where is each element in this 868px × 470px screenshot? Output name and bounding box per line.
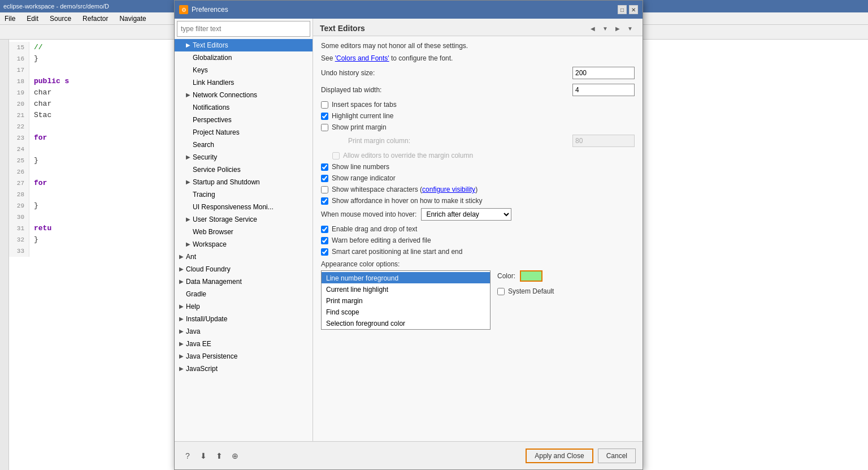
dialog-title: Preferences — [192, 6, 618, 14]
tree-label-install-update: Install/Update — [186, 313, 227, 325]
warn-editing-checkbox[interactable] — [321, 237, 328, 244]
show-print-margin-label: Show print margin — [332, 123, 387, 131]
appearance-label: Appearance color options: — [321, 260, 635, 268]
tree-arrow-startup-shutdown: ▶ — [186, 176, 193, 188]
menu-edit[interactable]: Edit — [24, 14, 41, 24]
tree-item-search[interactable]: Search — [175, 139, 313, 151]
export-button[interactable]: ⬆ — [213, 450, 225, 462]
hover-select[interactable]: Enrich after delay Enrich immediately Do… — [421, 208, 511, 221]
color-item-current-line-highlight[interactable]: Current line highlight — [322, 283, 490, 295]
show-range-indicator-checkbox[interactable] — [321, 175, 328, 182]
smart-caret-row: Smart caret positioning at line start an… — [321, 248, 635, 256]
nav-forward-dropdown[interactable]: ▼ — [624, 23, 636, 33]
color-swatch[interactable] — [520, 270, 542, 282]
tree-item-help[interactable]: ▶ Help — [175, 300, 313, 313]
tree-item-workspace[interactable]: ▶ Workspace — [175, 238, 313, 251]
tree-item-user-storage[interactable]: ▶ User Storage Service — [175, 213, 313, 226]
configure-visibility-link[interactable]: configure visibility — [422, 186, 475, 193]
menu-navigate[interactable]: Navigate — [117, 14, 148, 24]
tree-item-ant[interactable]: ▶ Ant — [175, 251, 313, 263]
menu-file[interactable]: File — [2, 14, 18, 24]
undo-history-input[interactable] — [572, 67, 635, 79]
tree-item-notifications[interactable]: Notifications — [175, 101, 313, 114]
tree-item-text-editors[interactable]: ▶ Text Editors — [175, 39, 313, 51]
tree-arrow-java-persistence: ▶ — [179, 350, 186, 363]
tree-label-service-policies: Service Policies — [193, 163, 241, 176]
tree-item-java-ee[interactable]: ▶ Java EE — [175, 338, 313, 350]
insert-spaces-label: Insert spaces for tabs — [332, 101, 397, 109]
color-item-print-margin[interactable]: Print margin — [322, 295, 490, 306]
minimize-button[interactable]: □ — [618, 5, 627, 14]
system-default-checkbox[interactable] — [497, 288, 505, 295]
tree-item-tracing[interactable]: Tracing — [175, 188, 313, 201]
footer-buttons: Apply and Close Cancel — [526, 449, 636, 463]
enable-drag-drop-row: Enable drag and drop of text — [321, 225, 635, 233]
insert-spaces-checkbox[interactable] — [321, 101, 328, 109]
tree-item-javascript[interactable]: ▶ JavaScript — [175, 363, 313, 375]
tree-item-project-natures[interactable]: Project Natures — [175, 126, 313, 139]
help-button[interactable]: ? — [181, 450, 194, 462]
filter-input[interactable] — [177, 21, 310, 37]
tree-arrow-network-connections: ▶ — [186, 89, 193, 101]
show-line-numbers-row: Show line numbers — [321, 163, 635, 171]
tab-width-label: Displayed tab width: — [321, 86, 572, 94]
tree-item-link-handlers[interactable]: Link Handlers — [175, 76, 313, 89]
tree-item-service-policies[interactable]: Service Policies — [175, 163, 313, 176]
tree-item-cloud-foundry[interactable]: ▶ Cloud Foundry — [175, 263, 313, 275]
highlight-line-label: Highlight current line — [332, 112, 393, 120]
cancel-button[interactable]: Cancel — [598, 449, 636, 463]
nav-back-dropdown[interactable]: ▼ — [600, 23, 611, 33]
content-nav-buttons: ◀ ▼ ▶ ▼ — [587, 23, 636, 33]
tree-item-java[interactable]: ▶ Java — [175, 325, 313, 338]
menu-source[interactable]: Source — [47, 14, 73, 24]
import-button[interactable]: ⬇ — [197, 450, 210, 462]
close-button[interactable]: ✕ — [629, 5, 638, 14]
tree-label-perspectives: Perspectives — [193, 114, 232, 126]
allow-override-checkbox[interactable] — [332, 152, 340, 159]
enable-drag-drop-label: Enable drag and drop of text — [332, 225, 417, 233]
tab-width-input[interactable] — [572, 84, 635, 96]
content-panel: Text Editors ◀ ▼ ▶ ▼ Some editors may no… — [313, 19, 643, 441]
tree-item-gradle[interactable]: Gradle — [175, 288, 313, 300]
tree-item-globalization[interactable]: Globalization — [175, 51, 313, 64]
color-item-find-scope[interactable]: Find scope — [322, 306, 490, 317]
color-list: Line number foreground Current line high… — [321, 270, 491, 330]
color-item-line-number-fg[interactable]: Line number foreground — [322, 272, 490, 283]
tree-arrow-javascript: ▶ — [179, 363, 186, 375]
print-margin-col-input[interactable] — [572, 135, 635, 147]
tree-item-perspectives[interactable]: Perspectives — [175, 114, 313, 126]
menu-refactor[interactable]: Refactor — [80, 14, 110, 24]
tree-label-javascript: JavaScript — [186, 363, 218, 375]
smart-caret-checkbox[interactable] — [321, 248, 328, 256]
show-affordance-checkbox[interactable] — [321, 197, 328, 205]
show-print-margin-checkbox[interactable] — [321, 124, 328, 131]
show-range-indicator-row: Show range indicator — [321, 174, 635, 182]
tree-label-java-ee: Java EE — [186, 338, 211, 350]
show-whitespace-checkbox[interactable] — [321, 186, 328, 193]
nav-forward-button[interactable]: ▶ — [612, 23, 623, 33]
show-line-numbers-checkbox[interactable] — [321, 163, 328, 171]
tree-item-install-update[interactable]: ▶ Install/Update — [175, 313, 313, 325]
enable-drag-drop-checkbox[interactable] — [321, 226, 328, 233]
highlight-line-checkbox[interactable] — [321, 113, 328, 120]
titlebar-buttons: □ ✕ — [618, 5, 638, 14]
tree-label-security: Security — [193, 151, 217, 163]
tree-label-data-management: Data Management — [186, 275, 242, 288]
tree-item-java-persistence[interactable]: ▶ Java Persistence — [175, 350, 313, 363]
color-item-selection-fg[interactable]: Selection foreground color — [322, 317, 490, 329]
tree-item-web-browser[interactable]: Web Browser — [175, 226, 313, 238]
tree-item-security[interactable]: ▶ Security — [175, 151, 313, 163]
preferences-link-button[interactable]: ⊕ — [229, 450, 241, 462]
tree-item-data-management[interactable]: ▶ Data Management — [175, 275, 313, 288]
editor-sidebar — [0, 40, 9, 470]
apply-and-close-button[interactable]: Apply and Close — [526, 449, 593, 463]
preferences-dialog: ⚙ Preferences □ ✕ ▶ Text Editors Globali… — [174, 0, 643, 470]
warn-editing-label: Warn before editing a derived file — [332, 236, 431, 244]
tree-arrow-java: ▶ — [179, 325, 186, 338]
tree-item-startup-shutdown[interactable]: ▶ Startup and Shutdown — [175, 176, 313, 188]
colors-fonts-link[interactable]: 'Colors and Fonts' — [335, 54, 389, 62]
nav-back-button[interactable]: ◀ — [587, 23, 598, 33]
tree-item-network-connections[interactable]: ▶ Network Connections — [175, 89, 313, 101]
tree-item-ui-responsiveness[interactable]: UI Responsiveness Moni... — [175, 201, 313, 213]
tree-item-keys[interactable]: Keys — [175, 64, 313, 76]
